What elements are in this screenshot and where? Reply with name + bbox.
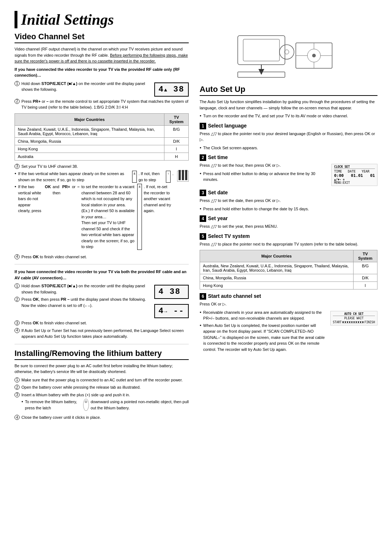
rf-step-4-item: 4 Press OK to finish video channel set. <box>15 254 189 260</box>
col-tv-system-1: TV System <box>164 113 189 125</box>
auto-system-1: B/G <box>353 262 377 274</box>
step-5-title: Select TV system <box>208 233 250 239</box>
step-4-text: Press △▽ to set the year, then press MEN… <box>200 223 377 230</box>
step-1-bullet: The Clock Set screen appears. <box>200 145 377 151</box>
step-num-box-1: 1 <box>200 123 206 129</box>
step-1-bullets: The Clock Set screen appears. <box>200 145 377 151</box>
step-3-header: 3 Set date <box>200 190 377 196</box>
step-num-box-5: 5 <box>200 233 206 240</box>
step-6-bullet-1: Receivable channels in your area are aut… <box>200 309 327 321</box>
step-1-title: Select language <box>208 123 247 129</box>
step-3-title: Set date <box>208 190 228 195</box>
system-1: B/G <box>164 125 189 137</box>
step-num-box-2: 2 <box>200 154 206 161</box>
rf-step-2: 2 Press PR+ or – on the remote control t… <box>15 98 189 110</box>
col-major-countries-1: Major Countries <box>15 113 164 125</box>
av-step-1: 1 Hold down STOP/EJECT (■/▲) on the reco… <box>15 283 147 295</box>
av-step-3: 3 Press OK to finish video channel set. <box>15 320 189 326</box>
av-steps: 1 Hold down STOP/EJECT (■/▲) on the reco… <box>15 283 147 308</box>
auto-countries-1: Australia, New Zealand, Kuwait, U.A.E., … <box>200 262 354 274</box>
rf-bullets: If the two vertical white bars appear cl… <box>15 171 173 250</box>
left-column: Video Channel Set Video channel (RF outp… <box>15 32 189 422</box>
rf-step-1: 1 Hold down STOP/EJECT (■/▲) on the reco… <box>15 81 151 93</box>
table-row: China, Mongolia, Russia D/K <box>15 137 189 145</box>
step-6-title: Start auto channel set <box>208 293 261 299</box>
av-steps-3-4: 3 Press OK to finish video channel set. … <box>15 320 189 340</box>
av-step-4: 4 If Auto Set Up or Tuner Set has not pr… <box>15 328 189 340</box>
auto-countries-3: Hong Kong <box>200 282 354 289</box>
step-num-box-6: 6 <box>200 293 206 300</box>
step-6-bullet-2: When Auto Set Up is completed, the lowes… <box>200 323 327 353</box>
svg-rect-0 <box>238 36 285 65</box>
step-6-header: 6 Start auto channel set <box>200 293 377 300</box>
step-3-bullets: Press and hold either button to change t… <box>200 206 377 212</box>
step-1-text: Press △▽ to place the pointer next to yo… <box>200 131 377 143</box>
svg-point-8 <box>312 54 316 57</box>
recorder-diagram <box>200 32 377 79</box>
table-row: Australia H <box>15 153 189 160</box>
rf-steps-list: 1 Hold down STOP/EJECT (■/▲) on the reco… <box>15 81 151 93</box>
col-tv-system-2: TV System <box>353 250 377 262</box>
countries-1: New Zealand, Kuwait, U.A.E., Indonesia, … <box>15 125 164 137</box>
rf-steps-3-4: 3 Set your TV to UHF channel 38. <box>15 163 189 170</box>
auto-channel-display: AUTO CH SET PLEASE WAIT START FINISH <box>330 309 377 325</box>
battery-steps: 1 Make sure that the power plug is conne… <box>15 377 189 421</box>
step-2-header: 2 Set time <box>200 154 377 161</box>
svg-rect-3 <box>238 72 285 77</box>
svg-point-5 <box>285 50 289 54</box>
table-row: Hong Kong I <box>200 282 377 289</box>
step-2-bullets: Press and hold either button to delay or… <box>200 171 328 183</box>
right-column: Auto Set Up The Auto Set Up function sim… <box>200 32 377 422</box>
page-title: Initial Settings <box>15 11 377 28</box>
tv-system-table-1: Major Countries TV System New Zealand, K… <box>15 113 189 161</box>
countries-4: Australia <box>15 153 164 160</box>
video-channel-intro: Video channel (RF output channel) is the… <box>15 46 189 64</box>
rf-steps-list-2: 2 Press PR+ or – on the remote control t… <box>15 98 189 110</box>
av-displays: 4 38 4→ -- <box>154 283 189 320</box>
battery-step-3: 3 Insert a lithium battery with the plus… <box>15 392 189 413</box>
battery-step-2: 2 Open the battery cover while pressing … <box>15 384 189 390</box>
step-6-bullets: Receivable channels in your area are aut… <box>200 309 327 353</box>
step-2-text: Press △▽ to set the hour, then press OK … <box>200 162 328 169</box>
tv-system-table-2: Major Countries TV System Australia, New… <box>200 250 377 289</box>
rf-bullet-2: If the two vertical white bars do not ap… <box>15 184 173 250</box>
av-display-2: 4→ -- <box>154 304 189 318</box>
svg-rect-1 <box>243 39 279 61</box>
step-3-text: Press △▽ to set the date, then press OK … <box>200 198 377 204</box>
system-2: D/K <box>164 137 189 145</box>
step-5-header: 5 Select TV system <box>200 233 377 240</box>
step-1-header: 1 Select language <box>200 123 377 129</box>
step-2-title: Set time <box>208 154 228 160</box>
auto-countries-2: China, Mongolia, Russia <box>200 274 354 282</box>
table-row: Hong Kong I <box>15 145 189 153</box>
video-channel-title: Video Channel Set <box>15 32 189 43</box>
auto-system-2: D/K <box>353 274 377 282</box>
col-major-countries-2: Major Countries <box>200 250 354 262</box>
step-6-text: Press OK or ▷. <box>200 301 377 307</box>
rf-step-4: 4 Press OK to finish video channel set. <box>15 254 189 260</box>
step-num-1: 1 <box>15 81 20 86</box>
step-4-header: 4 Set year <box>200 215 377 222</box>
step-2-bullet-1: Press and hold either button to delay or… <box>200 171 328 183</box>
battery-step-1: 1 Make sure that the power plug is conne… <box>15 377 189 383</box>
clock-display: CLOCK SET TIME DATE YEAR 0:00 01.01 01 ▲… <box>331 162 377 186</box>
svg-point-4 <box>279 45 294 59</box>
auto-system-3: I <box>353 282 377 289</box>
battery-bullet-1: To remove the lithium battery, press the… <box>21 399 189 411</box>
auto-setup-bullets: Turn on the recorder and the TV, and set… <box>200 113 377 119</box>
table-row: Australia, New Zealand, Kuwait, U.A.E., … <box>200 262 377 274</box>
rf-step-3: 3 Set your TV to UHF channel 38. <box>15 163 189 170</box>
system-4: H <box>164 153 189 160</box>
step-3-bullet-1: Press and hold either button to change t… <box>200 206 377 212</box>
battery-intro: Be sure to connect the power plug to an … <box>15 363 189 375</box>
step-num-box-3: 3 <box>200 190 206 196</box>
countries-3: Hong Kong <box>15 145 164 153</box>
bar-indicator <box>177 171 189 182</box>
rf-heading: If you have connected the video recorder… <box>15 66 189 78</box>
step-5-text: Press △▽ to place the pointer next to th… <box>200 241 377 247</box>
table-row: China, Mongolia, Russia D/K <box>200 274 377 282</box>
auto-setup-intro: The Auto Set Up function simplifies inst… <box>200 99 377 111</box>
rf-display-1: 4▲ 38 <box>154 82 189 97</box>
av-display-1: 4 38 <box>154 285 189 299</box>
battery-title: Installing/Removing the lithium battery <box>15 349 189 360</box>
